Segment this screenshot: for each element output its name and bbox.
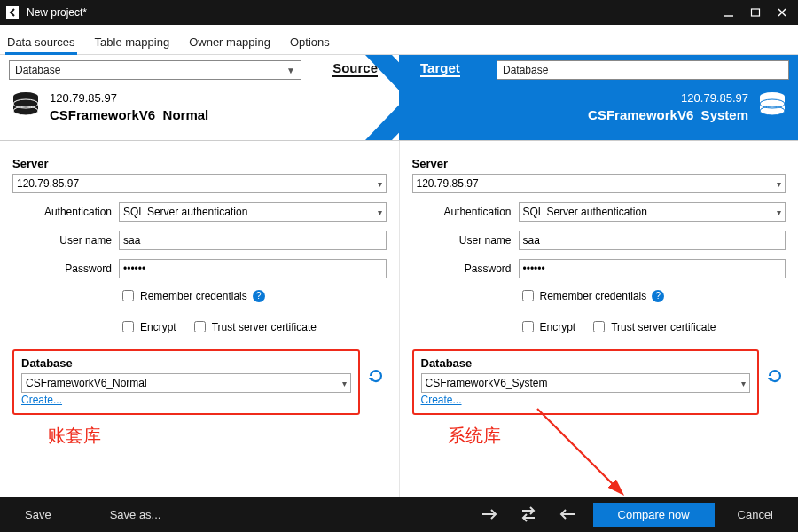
compare-button[interactable]: Compare now bbox=[593, 503, 715, 527]
annotation-arrow-icon bbox=[533, 404, 630, 502]
tab-label: Owner mapping bbox=[189, 35, 270, 49]
remember-label: Remember credentials bbox=[140, 290, 247, 302]
swap-button[interactable] bbox=[517, 503, 540, 526]
target-heading: Target bbox=[420, 60, 460, 77]
tab-options[interactable]: Options bbox=[288, 30, 332, 54]
target-trust-check[interactable]: Trust server certificate bbox=[590, 318, 716, 335]
source-server-label: 120.79.85.97 bbox=[50, 90, 208, 106]
pass-label: Password bbox=[412, 262, 519, 275]
source-target-band: Database ▼ Source 120.79.85.97 CSFramewo… bbox=[0, 55, 798, 140]
auth-label: Authentication bbox=[412, 206, 519, 218]
source-refresh-button[interactable] bbox=[365, 365, 387, 387]
bottom-toolbar: Save Save as... Compare now Cancel bbox=[0, 497, 798, 532]
cancel-button[interactable]: Cancel bbox=[722, 503, 789, 527]
source-database-value: CSFrameworkV6_Normal bbox=[26, 377, 147, 389]
user-label: User name bbox=[412, 234, 519, 246]
chevron-down-icon: ▾ bbox=[741, 379, 746, 388]
encrypt-label: Encrypt bbox=[140, 321, 176, 333]
chevron-down-icon: ▼ bbox=[774, 66, 783, 75]
svg-rect-2 bbox=[752, 9, 760, 16]
target-pass-input[interactable] bbox=[519, 259, 786, 278]
save-button[interactable]: Save bbox=[9, 503, 67, 527]
server-heading: Server bbox=[412, 157, 786, 170]
app-logo bbox=[5, 5, 20, 20]
server-heading: Server bbox=[12, 157, 387, 170]
target-database-value: CSFrameworkV6_System bbox=[426, 377, 548, 389]
connection-forms: Server 120.79.85.97▾ AuthenticationSQL S… bbox=[0, 140, 798, 497]
remember-label: Remember credentials bbox=[540, 290, 647, 302]
tab-label: Table mapping bbox=[95, 35, 170, 49]
source-type-select[interactable]: Database ▼ bbox=[9, 60, 301, 80]
save-as-button[interactable]: Save as... bbox=[94, 503, 177, 527]
help-icon[interactable]: ? bbox=[253, 290, 265, 302]
source-remember-check[interactable]: Remember credentials? bbox=[119, 287, 265, 304]
tab-data-sources[interactable]: Data sources bbox=[5, 30, 77, 54]
chevron-down-icon: ▾ bbox=[342, 379, 347, 388]
user-label: User name bbox=[12, 234, 119, 246]
pass-label: Password bbox=[12, 262, 119, 275]
source-server-value: 120.79.85.97 bbox=[17, 177, 79, 190]
trust-label: Trust server certificate bbox=[611, 321, 716, 333]
source-server-select[interactable]: 120.79.85.97▾ bbox=[12, 174, 387, 193]
source-auth-select[interactable]: SQL Server authentication▾ bbox=[119, 202, 387, 222]
source-encrypt-check[interactable]: Encrypt bbox=[119, 318, 176, 335]
tab-table-mapping[interactable]: Table mapping bbox=[93, 30, 172, 54]
arrow-left-button[interactable] bbox=[556, 503, 579, 526]
database-icon bbox=[9, 89, 43, 122]
trust-label: Trust server certificate bbox=[212, 321, 317, 333]
target-database-select[interactable]: CSFrameworkV6_System▾ bbox=[421, 373, 751, 393]
save-as-label: Save as... bbox=[110, 508, 161, 521]
target-type-select[interactable]: Database ▼ bbox=[497, 60, 789, 80]
target-server-label: 120.79.85.97 bbox=[588, 90, 748, 106]
chevron-down-icon: ▾ bbox=[378, 207, 382, 217]
tab-label: Options bbox=[290, 35, 330, 49]
source-heading: Source bbox=[332, 60, 378, 77]
target-refresh-button[interactable] bbox=[764, 365, 786, 387]
target-database-box: Database CSFrameworkV6_System▾ Create... bbox=[412, 349, 760, 415]
help-icon[interactable]: ? bbox=[652, 290, 664, 302]
minimize-button[interactable] bbox=[724, 7, 734, 18]
maximize-button[interactable] bbox=[750, 7, 761, 18]
target-type-value: Database bbox=[503, 64, 548, 76]
window-title: New project* bbox=[27, 6, 724, 19]
source-annotation: 账套库 bbox=[12, 424, 387, 448]
target-server-value: 120.79.85.97 bbox=[417, 177, 479, 190]
target-encrypt-check[interactable]: Encrypt bbox=[519, 318, 576, 335]
database-icon bbox=[755, 89, 789, 122]
target-create-link[interactable]: Create... bbox=[421, 394, 462, 406]
tab-owner-mapping[interactable]: Owner mapping bbox=[187, 30, 272, 54]
target-remember-check[interactable]: Remember credentials? bbox=[519, 287, 665, 304]
target-annotation: 系统库 bbox=[412, 424, 786, 448]
source-type-value: Database bbox=[15, 64, 60, 76]
source-create-link[interactable]: Create... bbox=[21, 394, 62, 406]
database-heading: Database bbox=[421, 356, 751, 370]
close-button[interactable] bbox=[777, 7, 787, 18]
source-column: Server 120.79.85.97▾ AuthenticationSQL S… bbox=[0, 141, 399, 497]
database-heading: Database bbox=[21, 356, 351, 370]
target-auth-value: SQL Server authentication bbox=[523, 206, 647, 218]
target-auth-select[interactable]: SQL Server authentication▾ bbox=[519, 202, 786, 222]
source-database-select[interactable]: CSFrameworkV6_Normal▾ bbox=[21, 373, 351, 393]
source-auth-value: SQL Server authentication bbox=[123, 206, 247, 218]
chevron-down-icon: ▼ bbox=[286, 66, 295, 75]
source-db-label: CSFrameworkV6_Normal bbox=[50, 106, 208, 124]
target-column: Server 120.79.85.97▾ AuthenticationSQL S… bbox=[399, 141, 799, 497]
arrow-right-button[interactable] bbox=[478, 503, 501, 526]
svg-line-14 bbox=[537, 409, 622, 493]
svg-rect-0 bbox=[6, 6, 19, 19]
chevron-down-icon: ▾ bbox=[378, 179, 382, 189]
chevron-down-icon: ▾ bbox=[777, 179, 781, 189]
encrypt-label: Encrypt bbox=[540, 321, 576, 333]
source-database-box: Database CSFrameworkV6_Normal▾ Create... bbox=[12, 349, 360, 415]
titlebar: New project* bbox=[0, 0, 798, 25]
source-user-input[interactable] bbox=[119, 231, 387, 250]
auth-label: Authentication bbox=[12, 206, 119, 218]
source-pass-input[interactable] bbox=[119, 259, 387, 278]
main-tabs: Data sources Table mapping Owner mapping… bbox=[0, 25, 798, 55]
target-server-select[interactable]: 120.79.85.97▾ bbox=[412, 174, 786, 193]
chevron-down-icon: ▾ bbox=[777, 207, 781, 217]
source-trust-check[interactable]: Trust server certificate bbox=[191, 318, 317, 335]
target-user-input[interactable] bbox=[519, 231, 786, 250]
tab-label: Data sources bbox=[7, 35, 75, 49]
target-db-label: CSFrameworkV6_System bbox=[588, 106, 748, 124]
